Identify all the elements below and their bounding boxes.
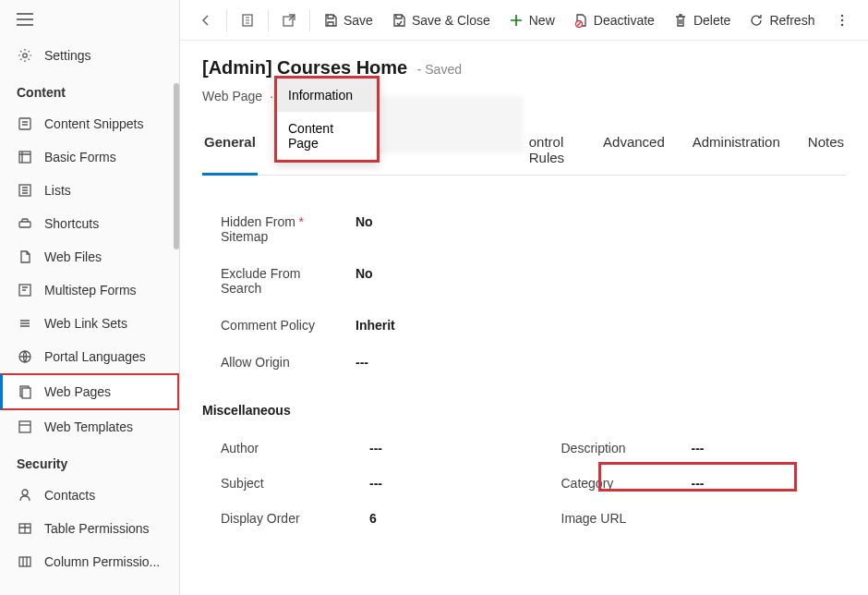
sidebar-item-label: Web Pages <box>44 384 111 399</box>
field-hidden-from-sitemap[interactable]: Hidden From Sitemap* No <box>202 203 846 255</box>
field-label: Comment Policy <box>202 318 341 333</box>
sidebar-item-label: Shortcuts <box>44 216 99 231</box>
field-value: 6 <box>355 511 377 526</box>
field-exclude-from-search[interactable]: Exclude From Search No <box>202 255 846 307</box>
svg-point-16 <box>841 14 843 16</box>
form-selector-dropdown: Information Content Page <box>274 76 380 163</box>
sidebar-item-web-files[interactable]: Web Files <box>0 240 179 273</box>
dropdown-item-information[interactable]: Information <box>277 79 377 112</box>
open-record-button[interactable] <box>231 7 264 33</box>
field-label: Category <box>524 476 677 491</box>
field-value: --- <box>355 476 382 491</box>
field-label: Subject <box>202 476 355 491</box>
sidebar-item-label: Content Snippets <box>44 116 143 131</box>
sidebar-item-basic-forms[interactable]: Basic Forms <box>0 140 179 174</box>
svg-point-0 <box>23 54 27 57</box>
save-icon <box>323 13 338 28</box>
svg-rect-8 <box>22 388 30 398</box>
template-icon <box>17 419 33 435</box>
field-image-url[interactable]: Image URL <box>524 501 847 536</box>
linkset-icon <box>17 315 33 332</box>
svg-rect-12 <box>19 557 30 566</box>
sidebar-item-label: Web Templates <box>44 419 133 434</box>
sidebar-item-table-permissions[interactable]: Table Permissions <box>0 512 179 545</box>
sidebar-item-label: Web Files <box>44 249 102 264</box>
field-label: Display Order <box>202 511 355 526</box>
sidebar-item-web-link-sets[interactable]: Web Link Sets <box>0 307 179 340</box>
sidebar-item-label: Basic Forms <box>44 150 116 164</box>
dropdown-item-content-page[interactable]: Content Page <box>277 112 377 160</box>
field-author[interactable]: Author --- <box>202 431 524 466</box>
save-close-button[interactable]: Save & Close <box>382 7 500 33</box>
back-button[interactable] <box>189 7 223 33</box>
field-comment-policy[interactable]: Comment Policy Inherit <box>202 307 846 344</box>
sidebar-item-label: Web Link Sets <box>44 316 127 331</box>
sidebar-item-label: Column Permissio... <box>44 554 160 569</box>
field-value: --- <box>355 441 382 455</box>
hamburger-button[interactable] <box>0 0 179 39</box>
svg-rect-1 <box>19 118 30 129</box>
dropdown-shadow <box>376 96 524 153</box>
refresh-label: Refresh <box>769 13 814 28</box>
record-icon <box>240 13 255 28</box>
field-allow-origin[interactable]: Allow Origin --- <box>202 344 846 381</box>
field-description[interactable]: Description --- <box>524 431 847 466</box>
refresh-icon <box>749 13 764 28</box>
col-perm-icon <box>17 553 33 570</box>
tab-administration[interactable]: Administration <box>691 127 782 175</box>
sidebar-item-portal-languages[interactable]: Portal Languages <box>0 340 179 373</box>
deactivate-button[interactable]: Deactivate <box>564 7 664 33</box>
list-icon <box>17 182 33 199</box>
sidebar-item-column-permissions[interactable]: Column Permissio... <box>0 545 179 578</box>
sidebar-item-content-snippets[interactable]: Content Snippets <box>0 107 179 140</box>
new-label: New <box>529 13 555 28</box>
tab-notes[interactable]: Notes <box>806 127 846 175</box>
snippet-icon <box>17 115 33 132</box>
popout-button[interactable] <box>272 7 306 33</box>
trash-icon <box>673 13 688 28</box>
sidebar-item-web-pages[interactable]: Web Pages <box>0 373 179 410</box>
refresh-button[interactable]: Refresh <box>740 7 824 33</box>
delete-button[interactable]: Delete <box>664 7 740 33</box>
section-security-header: Security <box>0 443 179 479</box>
tab-general[interactable]: General <box>202 127 258 176</box>
new-button[interactable]: New <box>500 7 564 33</box>
sidebar-item-multistep-forms[interactable]: Multistep Forms <box>0 273 179 307</box>
sidebar-scrollbar[interactable] <box>174 83 179 249</box>
field-value: Inherit <box>341 318 395 333</box>
sidebar-item-shortcuts[interactable]: Shortcuts <box>0 207 179 240</box>
overflow-button[interactable] <box>826 7 859 33</box>
deactivate-icon <box>573 13 588 28</box>
table-perm-icon <box>17 520 33 537</box>
form-body: Hidden From Sitemap* No Exclude From Sea… <box>202 203 846 536</box>
gear-icon <box>17 47 33 64</box>
field-subject[interactable]: Subject --- <box>202 466 524 501</box>
field-label: Description <box>524 441 677 455</box>
field-label: Image URL <box>524 511 677 526</box>
required-indicator: * <box>299 214 304 229</box>
sidebar-item-label: Portal Languages <box>44 349 146 364</box>
sidebar-item-label: Multistep Forms <box>44 283 137 298</box>
field-category[interactable]: Category --- <box>524 466 847 501</box>
save-close-label: Save & Close <box>412 13 490 28</box>
pages-icon <box>17 383 33 400</box>
sidebar-item-contacts[interactable]: Contacts <box>0 479 179 512</box>
saved-indicator: - Saved <box>417 62 462 77</box>
page-title: [Admin] Courses Home <box>202 57 407 78</box>
delete-label: Delete <box>693 13 730 28</box>
field-value: --- <box>677 476 705 491</box>
svg-point-10 <box>22 490 28 495</box>
tab-advanced[interactable]: Advanced <box>601 127 667 175</box>
field-display-order[interactable]: Display Order 6 <box>202 501 524 536</box>
save-label: Save <box>344 13 373 28</box>
plus-icon <box>509 13 524 28</box>
sidebar-item-web-templates[interactable]: Web Templates <box>0 410 179 443</box>
save-button[interactable]: Save <box>314 7 382 33</box>
sidebar-settings[interactable]: Settings <box>0 39 179 72</box>
sidebar-item-lists[interactable]: Lists <box>0 174 179 207</box>
field-value: --- <box>677 441 705 455</box>
entity-name: Web Page <box>202 89 262 103</box>
sidebar-item-label: Lists <box>44 183 71 198</box>
back-icon <box>199 13 213 28</box>
tab-control-rules[interactable]: ontrol Rules <box>527 127 577 175</box>
